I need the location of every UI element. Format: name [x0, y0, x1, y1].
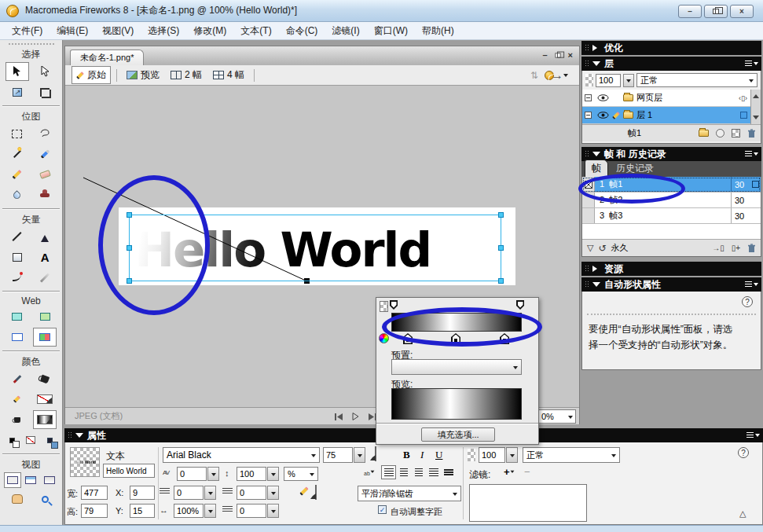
minimize-button[interactable]: –: [678, 5, 702, 18]
hotspot-tool[interactable]: [6, 307, 29, 326]
menu-commands[interactable]: 命令(C): [279, 22, 325, 40]
menu-text[interactable]: 文本(T): [233, 22, 278, 40]
slice-tool[interactable]: [33, 307, 57, 326]
stroke-color-swatch[interactable]: [33, 390, 57, 409]
collapse-panel-icon[interactable]: △: [739, 508, 746, 519]
opacity-dropdown[interactable]: [506, 447, 518, 463]
properties-options-menu-icon[interactable]: [746, 431, 760, 439]
swap-colors-button[interactable]: [41, 431, 58, 449]
width-input[interactable]: 477: [81, 486, 108, 500]
align-right-button[interactable]: [411, 465, 426, 479]
preset-select[interactable]: [391, 359, 522, 375]
blur-tool[interactable]: [6, 185, 29, 204]
layer-row-web[interactable]: 网页层 ‹▯›: [582, 90, 750, 107]
fullscreen-button[interactable]: [41, 472, 58, 488]
bold-button[interactable]: B: [403, 449, 410, 461]
layer-opacity-input[interactable]: 100: [596, 74, 621, 87]
tools-gripper[interactable]: [8, 42, 54, 46]
menu-help[interactable]: 帮助(H): [415, 22, 461, 40]
remove-filter-button[interactable]: −: [524, 466, 530, 478]
document-title-bar[interactable]: 未命名-1.png* – ×: [65, 46, 579, 65]
standard-screen-button[interactable]: [4, 472, 21, 488]
default-colors-button[interactable]: [4, 431, 21, 449]
font-size-dropdown[interactable]: [354, 447, 365, 463]
menu-window[interactable]: 窗口(W): [367, 22, 415, 40]
filters-list[interactable]: [469, 484, 587, 522]
layers-scrollbar[interactable]: [750, 90, 761, 124]
play-button[interactable]: [352, 409, 359, 424]
scroll-up-icon[interactable]: [753, 91, 759, 98]
loop-count-label[interactable]: 永久: [611, 242, 629, 254]
onion-skinning-button[interactable]: ▽: [587, 243, 593, 253]
tab-frames[interactable]: 帧: [585, 160, 608, 177]
magic-wand-tool[interactable]: [6, 145, 29, 163]
fill-color-swatch[interactable]: [375, 446, 376, 461]
looping-button[interactable]: ↺: [598, 243, 606, 254]
color-wheel-icon[interactable]: [379, 333, 389, 343]
brush-tool[interactable]: [33, 145, 57, 163]
frames-history-panel-header[interactable]: 帧 和 历史记录: [581, 147, 761, 161]
pencil-tool[interactable]: [6, 165, 29, 184]
scroll-down-icon[interactable]: [753, 116, 759, 123]
autokern-checkbox[interactable]: ✓: [378, 505, 387, 514]
paint-bucket-tool[interactable]: [33, 369, 57, 388]
view-4up-button[interactable]: 4 幅: [209, 67, 248, 83]
hscale-dropdown[interactable]: [204, 504, 216, 518]
fullscreen-menus-button[interactable]: [22, 472, 39, 488]
document-tab[interactable]: 未命名-1.png*: [70, 50, 144, 65]
freeform-tool[interactable]: [6, 268, 29, 287]
new-frame-button[interactable]: ▯+: [732, 244, 740, 252]
antialias-select[interactable]: 平滑消除锯齿: [358, 486, 461, 501]
menu-file[interactable]: 文件(F): [5, 22, 50, 40]
restore-button[interactable]: [704, 5, 728, 18]
zoom-level-dropdown[interactable]: 0%: [538, 409, 576, 424]
scale-tool[interactable]: ↗: [6, 83, 29, 101]
italic-button[interactable]: I: [420, 449, 424, 461]
subselect-tool[interactable]: [33, 62, 57, 81]
panel-gripper[interactable]: [585, 265, 589, 273]
add-mask-button[interactable]: [716, 129, 724, 138]
kerning-input[interactable]: 0: [177, 467, 207, 481]
doc-close-button[interactable]: ×: [568, 50, 573, 60]
properties-help-icon[interactable]: ?: [738, 447, 749, 458]
selection-handle[interactable]: [498, 245, 504, 251]
line-tool[interactable]: [6, 227, 29, 246]
new-bitmap-button[interactable]: [732, 129, 740, 138]
text-tool[interactable]: A: [33, 248, 57, 266]
expand-layer-icon[interactable]: [585, 94, 592, 101]
eyedropper-tool[interactable]: [6, 369, 29, 388]
align-left-button[interactable]: [381, 465, 396, 479]
distribute-to-frames-icon[interactable]: →▯: [712, 244, 724, 252]
autoshape-help-icon[interactable]: ?: [742, 296, 753, 307]
hand-tool[interactable]: [6, 490, 29, 508]
pen-tool[interactable]: [33, 227, 57, 246]
rubber-stamp-tool[interactable]: [33, 185, 57, 204]
layer-blend-mode-select[interactable]: 正常: [636, 73, 757, 87]
frame-delay[interactable]: 30: [731, 193, 761, 207]
layer-opacity-dropdown[interactable]: [623, 74, 634, 87]
frame-row-3[interactable]: 3 帧3 30: [582, 208, 761, 224]
optimize-panel-header[interactable]: 优化: [581, 41, 761, 55]
crop-tool[interactable]: [33, 83, 57, 101]
fill-options-button[interactable]: 填充选项...: [421, 427, 495, 442]
object-name-input[interactable]: Hello World: [103, 464, 155, 478]
view-original-button[interactable]: 原始: [72, 66, 111, 84]
frame-delay[interactable]: 30: [731, 177, 761, 192]
eraser-tool[interactable]: [33, 165, 57, 184]
layer-row-layer1[interactable]: 层 1: [582, 107, 750, 124]
fill-color-swatch[interactable]: [33, 410, 57, 429]
fill-color-well[interactable]: [6, 410, 29, 429]
leading-unit-select[interactable]: %: [284, 467, 318, 481]
space-after-dropdown[interactable]: [267, 504, 279, 518]
onion-skin-gutter[interactable]: [582, 208, 595, 223]
assets-panel-header[interactable]: 资源: [581, 262, 761, 276]
rectangle-tool[interactable]: [6, 248, 29, 266]
menu-view[interactable]: 视图(V): [95, 22, 141, 40]
lasso-tool[interactable]: [33, 124, 57, 143]
doc-minimize-button[interactable]: –: [542, 50, 547, 60]
leading-input[interactable]: 100: [237, 467, 266, 481]
add-filter-button[interactable]: +: [504, 466, 515, 478]
font-size-input[interactable]: 75: [323, 447, 353, 463]
indent-input[interactable]: 0: [174, 486, 204, 500]
delete-frame-trash-icon[interactable]: [747, 244, 756, 253]
